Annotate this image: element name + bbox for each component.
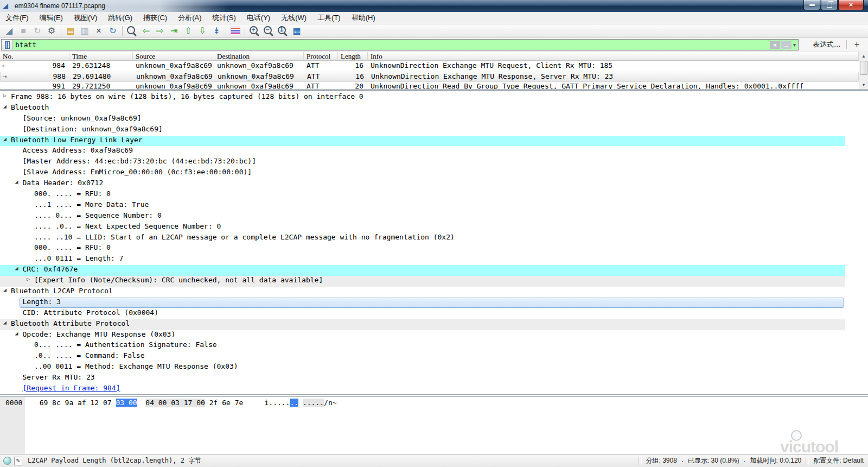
tree-expander-open-icon[interactable]: ◢: [15, 179, 18, 185]
column-header-time[interactable]: Time: [69, 52, 133, 61]
detail-row[interactable]: [Master Address: 44:ec:bd:73:20:bc (44:e…: [0, 157, 845, 168]
column-header-length[interactable]: Length: [338, 52, 368, 61]
tree-expander-open-icon[interactable]: ◢: [15, 330, 18, 336]
save-file-button[interactable]: ▥: [78, 25, 92, 37]
go-to-packet-button[interactable]: ⇥: [167, 25, 181, 37]
go-forward-button[interactable]: ⇨: [153, 25, 167, 37]
detail-row[interactable]: 0... .... = Authentication Signature: Fa…: [0, 340, 845, 351]
detail-row[interactable]: [Source: unknown_0xaf9a8c69]: [0, 114, 845, 125]
go-first-packet-button[interactable]: ⇧: [181, 25, 195, 37]
tree-expander-open-icon[interactable]: ◢: [3, 103, 7, 109]
column-header-source[interactable]: Source: [133, 52, 214, 61]
detail-row[interactable]: 000. .... = RFU: 0: [0, 243, 845, 254]
detail-row[interactable]: ..00 0011 = Method: Exchange MTU Respons…: [0, 362, 845, 373]
detail-row[interactable]: ◢Data Header: 0x0712: [0, 179, 845, 190]
tree-expander-open-icon[interactable]: ◢: [3, 319, 7, 325]
menu-item-analyze[interactable]: 分析(A): [173, 12, 207, 24]
column-header-destination[interactable]: Destination: [214, 52, 304, 61]
detail-row[interactable]: ◢Bluetooth L2CAP Protocol: [0, 287, 845, 298]
detail-row[interactable]: [Request in Frame: 984]: [0, 384, 845, 395]
filter-bookmark-button[interactable]: [2, 40, 13, 50]
restore-button[interactable]: [821, 0, 838, 10]
filter-apply-button[interactable]: →: [781, 41, 792, 49]
column-header-info[interactable]: Info: [368, 52, 859, 61]
open-file-button[interactable]: ▤: [63, 25, 78, 37]
auto-scroll-button[interactable]: ⇟: [209, 25, 224, 37]
capture-options-button[interactable]: ⚙: [44, 25, 59, 37]
detail-row[interactable]: .... 0... = Sequence Number: 0: [0, 211, 845, 222]
find-packet-button[interactable]: [125, 25, 139, 37]
detail-row[interactable]: ▷[Expert Info (Note/Checksum): CRC unche…: [0, 276, 845, 287]
go-last-packet-button[interactable]: ⇩: [195, 25, 209, 37]
packet-row[interactable]: 98829.691480unknown_0xaf9a8c69unknown_0x…: [0, 72, 859, 82]
detail-row[interactable]: ◢Bluetooth Attribute Protocol: [0, 319, 845, 330]
scroll-up-arrow[interactable]: ▲: [859, 52, 868, 60]
menu-item-go[interactable]: 跳转(G): [103, 12, 138, 24]
detail-row[interactable]: .... .0.. = Next Expected Sequence Numbe…: [0, 222, 845, 233]
tree-expander-open-icon[interactable]: ◢: [15, 265, 18, 271]
detail-text: [Slave Address: EmMicroe_00:00:00 (0c:f3…: [23, 168, 252, 176]
menu-item-edit[interactable]: 编辑(E): [34, 12, 68, 24]
detail-row[interactable]: Length: 3: [0, 298, 845, 308]
menu-item-tools[interactable]: 工具(T): [312, 12, 346, 24]
packet-list-scrollbar[interactable]: ▲ ▼: [859, 52, 868, 89]
zoom-out-button[interactable]: −: [261, 25, 276, 37]
expression-button[interactable]: 表达式…: [807, 40, 846, 49]
close-button[interactable]: ×: [838, 0, 864, 10]
detail-text: Bluetooth: [11, 103, 49, 111]
detail-row[interactable]: ◢Bluetooth: [0, 103, 845, 114]
column-header-no[interactable]: No.: [0, 52, 69, 61]
display-filter-input[interactable]: [13, 40, 770, 50]
start-capture-button[interactable]: ◢: [2, 25, 16, 37]
close-file-button[interactable]: ×: [92, 25, 106, 37]
menu-item-telephony[interactable]: 电话(Y): [241, 12, 276, 24]
expert-info-icon[interactable]: [3, 457, 11, 465]
detail-row[interactable]: [Destination: unknown_0xaf9a8c69]: [0, 125, 845, 136]
detail-row[interactable]: Access Address: 0xaf9a8c69: [0, 146, 845, 157]
tree-expander-open-icon[interactable]: ◢: [3, 287, 7, 293]
detail-row[interactable]: ▷Frame 988: 16 bytes on wire (128 bits),…: [0, 92, 845, 103]
detail-row[interactable]: ...0 0111 = Length: 7: [0, 254, 845, 265]
tree-expander-closed-icon[interactable]: ▷: [3, 92, 7, 98]
scrollbar-thumb[interactable]: [860, 61, 867, 75]
menu-item-statistics[interactable]: 统计(S): [207, 12, 241, 24]
colorize-packets-button[interactable]: [228, 25, 242, 37]
reload-file-button[interactable]: ↻: [106, 25, 120, 37]
menu-item-wireless[interactable]: 无线(W): [276, 12, 312, 24]
detail-row[interactable]: [Slave Address: EmMicroe_00:00:00 (0c:f3…: [0, 168, 845, 179]
resize-columns-button[interactable]: ▦: [290, 25, 304, 37]
detail-row[interactable]: CID: Attribute Protocol (0x0004): [0, 308, 845, 319]
detail-row[interactable]: ◢Opcode: Exchange MTU Response (0x03): [0, 330, 845, 341]
add-filter-button[interactable]: +: [847, 40, 868, 49]
packet-row[interactable]: 98429.631248unknown_0xaf9a8c69unknown_0x…: [0, 61, 859, 72]
profile-selector[interactable]: 配置文件: Default: [813, 456, 868, 465]
minimize-button[interactable]: [803, 0, 820, 10]
detail-row[interactable]: 000. .... = RFU: 0: [0, 190, 845, 200]
tree-expander-open-icon[interactable]: ◢: [3, 136, 7, 142]
detail-row[interactable]: ◢CRC: 0xf4767e: [0, 265, 845, 276]
hex-line[interactable]: 0000 69 8c 9a af 12 07 03 00 04 00 03 17…: [0, 397, 868, 407]
menu-item-view[interactable]: 视图(V): [68, 12, 103, 24]
scroll-down-arrow[interactable]: ▼: [859, 81, 868, 89]
capture-comment-icon[interactable]: ✎: [14, 457, 22, 465]
stop-capture-button[interactable]: ■: [16, 25, 30, 37]
menu-item-capture[interactable]: 捕获(C): [138, 12, 173, 24]
filter-clear-button[interactable]: ×: [770, 41, 780, 49]
detail-row[interactable]: ...1 .... = More Data: True: [0, 200, 845, 211]
zoom-reset-button[interactable]: 1: [276, 25, 290, 37]
menu-item-file[interactable]: 文件(F): [0, 12, 34, 24]
packet-row[interactable]: 99129.721250unknown_0xaf9a8c69unknown_0x…: [0, 82, 859, 90]
menu-item-help[interactable]: 帮助(H): [346, 12, 381, 24]
restart-capture-button[interactable]: ↻: [30, 25, 44, 37]
tree-expander-closed-icon[interactable]: ▷: [27, 276, 30, 282]
filter-dropdown-caret[interactable]: ▾: [793, 42, 798, 48]
detail-row[interactable]: Server Rx MTU: 23: [0, 373, 845, 384]
column-header-protocol[interactable]: Protocol: [304, 52, 338, 61]
zoom-in-button[interactable]: +: [247, 25, 261, 37]
go-back-button[interactable]: ⇦: [139, 25, 153, 37]
detail-text: CRC: 0xf4767e: [23, 265, 78, 273]
detail-row[interactable]: ◢Bluetooth Low Energy Link Layer: [0, 136, 845, 147]
detail-row[interactable]: .... ..10 = LLID: Start of an L2CAP mess…: [0, 233, 845, 244]
detail-text: Frame 988: 16 bytes on wire (128 bits), …: [11, 92, 363, 100]
detail-row[interactable]: .0.. .... = Command: False: [0, 351, 845, 362]
